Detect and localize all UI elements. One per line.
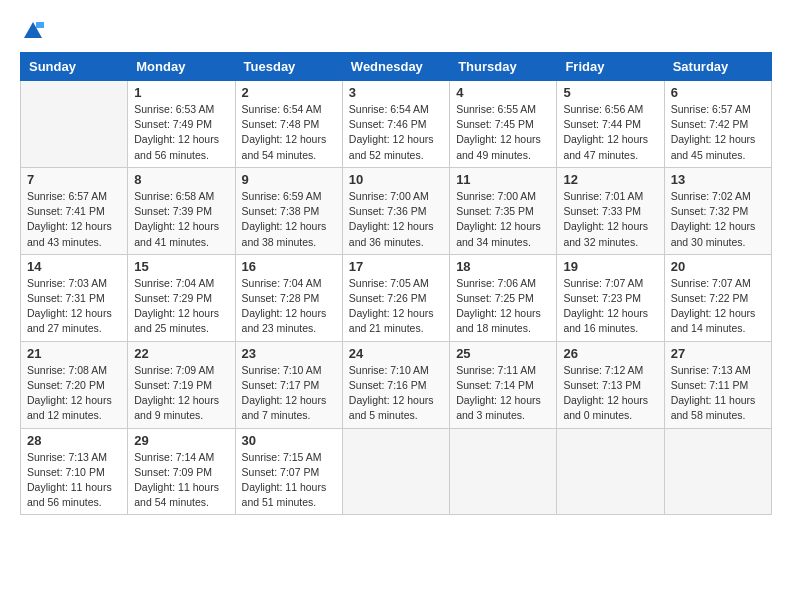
calendar-cell: 5Sunrise: 6:56 AM Sunset: 7:44 PM Daylig…: [557, 81, 664, 168]
day-info: Sunrise: 7:06 AM Sunset: 7:25 PM Dayligh…: [456, 276, 550, 337]
day-number: 18: [456, 259, 550, 274]
day-number: 1: [134, 85, 228, 100]
calendar-cell: [342, 428, 449, 515]
day-info: Sunrise: 7:12 AM Sunset: 7:13 PM Dayligh…: [563, 363, 657, 424]
weekday-header: Friday: [557, 53, 664, 81]
calendar-table: SundayMondayTuesdayWednesdayThursdayFrid…: [20, 52, 772, 515]
day-number: 16: [242, 259, 336, 274]
day-info: Sunrise: 6:57 AM Sunset: 7:42 PM Dayligh…: [671, 102, 765, 163]
calendar-cell: 3Sunrise: 6:54 AM Sunset: 7:46 PM Daylig…: [342, 81, 449, 168]
day-number: 24: [349, 346, 443, 361]
calendar-cell: 25Sunrise: 7:11 AM Sunset: 7:14 PM Dayli…: [450, 341, 557, 428]
calendar-cell: 26Sunrise: 7:12 AM Sunset: 7:13 PM Dayli…: [557, 341, 664, 428]
weekday-header: Sunday: [21, 53, 128, 81]
calendar-cell: 28Sunrise: 7:13 AM Sunset: 7:10 PM Dayli…: [21, 428, 128, 515]
calendar-cell: 20Sunrise: 7:07 AM Sunset: 7:22 PM Dayli…: [664, 254, 771, 341]
day-number: 19: [563, 259, 657, 274]
calendar-cell: 29Sunrise: 7:14 AM Sunset: 7:09 PM Dayli…: [128, 428, 235, 515]
day-number: 2: [242, 85, 336, 100]
day-info: Sunrise: 7:13 AM Sunset: 7:10 PM Dayligh…: [27, 450, 121, 511]
day-number: 28: [27, 433, 121, 448]
day-info: Sunrise: 6:54 AM Sunset: 7:46 PM Dayligh…: [349, 102, 443, 163]
calendar-cell: 27Sunrise: 7:13 AM Sunset: 7:11 PM Dayli…: [664, 341, 771, 428]
day-number: 22: [134, 346, 228, 361]
calendar-cell: 13Sunrise: 7:02 AM Sunset: 7:32 PM Dayli…: [664, 167, 771, 254]
calendar-cell: 2Sunrise: 6:54 AM Sunset: 7:48 PM Daylig…: [235, 81, 342, 168]
svg-marker-1: [36, 22, 44, 28]
calendar-week-row: 14Sunrise: 7:03 AM Sunset: 7:31 PM Dayli…: [21, 254, 772, 341]
day-number: 11: [456, 172, 550, 187]
day-number: 30: [242, 433, 336, 448]
calendar-cell: 18Sunrise: 7:06 AM Sunset: 7:25 PM Dayli…: [450, 254, 557, 341]
logo: [20, 20, 44, 42]
calendar-cell: [664, 428, 771, 515]
day-number: 23: [242, 346, 336, 361]
logo-icon: [22, 20, 44, 42]
day-info: Sunrise: 7:13 AM Sunset: 7:11 PM Dayligh…: [671, 363, 765, 424]
calendar-cell: 17Sunrise: 7:05 AM Sunset: 7:26 PM Dayli…: [342, 254, 449, 341]
calendar-cell: 10Sunrise: 7:00 AM Sunset: 7:36 PM Dayli…: [342, 167, 449, 254]
calendar-cell: 24Sunrise: 7:10 AM Sunset: 7:16 PM Dayli…: [342, 341, 449, 428]
day-info: Sunrise: 7:11 AM Sunset: 7:14 PM Dayligh…: [456, 363, 550, 424]
day-info: Sunrise: 7:07 AM Sunset: 7:23 PM Dayligh…: [563, 276, 657, 337]
day-info: Sunrise: 7:10 AM Sunset: 7:17 PM Dayligh…: [242, 363, 336, 424]
calendar-week-row: 1Sunrise: 6:53 AM Sunset: 7:49 PM Daylig…: [21, 81, 772, 168]
day-info: Sunrise: 6:57 AM Sunset: 7:41 PM Dayligh…: [27, 189, 121, 250]
day-number: 14: [27, 259, 121, 274]
day-info: Sunrise: 6:53 AM Sunset: 7:49 PM Dayligh…: [134, 102, 228, 163]
day-info: Sunrise: 6:56 AM Sunset: 7:44 PM Dayligh…: [563, 102, 657, 163]
day-number: 27: [671, 346, 765, 361]
calendar-cell: 6Sunrise: 6:57 AM Sunset: 7:42 PM Daylig…: [664, 81, 771, 168]
weekday-header: Thursday: [450, 53, 557, 81]
day-info: Sunrise: 7:00 AM Sunset: 7:36 PM Dayligh…: [349, 189, 443, 250]
day-number: 25: [456, 346, 550, 361]
day-number: 3: [349, 85, 443, 100]
day-info: Sunrise: 7:03 AM Sunset: 7:31 PM Dayligh…: [27, 276, 121, 337]
day-number: 9: [242, 172, 336, 187]
day-number: 21: [27, 346, 121, 361]
day-number: 4: [456, 85, 550, 100]
page-header: [20, 20, 772, 42]
day-info: Sunrise: 7:04 AM Sunset: 7:29 PM Dayligh…: [134, 276, 228, 337]
calendar-cell: [21, 81, 128, 168]
weekday-header: Saturday: [664, 53, 771, 81]
calendar-cell: 30Sunrise: 7:15 AM Sunset: 7:07 PM Dayli…: [235, 428, 342, 515]
day-info: Sunrise: 6:59 AM Sunset: 7:38 PM Dayligh…: [242, 189, 336, 250]
calendar-cell: 8Sunrise: 6:58 AM Sunset: 7:39 PM Daylig…: [128, 167, 235, 254]
weekday-header: Monday: [128, 53, 235, 81]
day-number: 5: [563, 85, 657, 100]
calendar-cell: 21Sunrise: 7:08 AM Sunset: 7:20 PM Dayli…: [21, 341, 128, 428]
calendar-cell: 14Sunrise: 7:03 AM Sunset: 7:31 PM Dayli…: [21, 254, 128, 341]
calendar-cell: [450, 428, 557, 515]
calendar-cell: 23Sunrise: 7:10 AM Sunset: 7:17 PM Dayli…: [235, 341, 342, 428]
calendar-week-row: 28Sunrise: 7:13 AM Sunset: 7:10 PM Dayli…: [21, 428, 772, 515]
day-number: 17: [349, 259, 443, 274]
calendar-cell: 7Sunrise: 6:57 AM Sunset: 7:41 PM Daylig…: [21, 167, 128, 254]
weekday-header: Tuesday: [235, 53, 342, 81]
day-info: Sunrise: 7:00 AM Sunset: 7:35 PM Dayligh…: [456, 189, 550, 250]
day-number: 15: [134, 259, 228, 274]
day-info: Sunrise: 7:15 AM Sunset: 7:07 PM Dayligh…: [242, 450, 336, 511]
calendar-cell: 16Sunrise: 7:04 AM Sunset: 7:28 PM Dayli…: [235, 254, 342, 341]
weekday-header: Wednesday: [342, 53, 449, 81]
calendar-cell: 11Sunrise: 7:00 AM Sunset: 7:35 PM Dayli…: [450, 167, 557, 254]
day-number: 10: [349, 172, 443, 187]
day-info: Sunrise: 7:10 AM Sunset: 7:16 PM Dayligh…: [349, 363, 443, 424]
day-info: Sunrise: 6:55 AM Sunset: 7:45 PM Dayligh…: [456, 102, 550, 163]
day-number: 13: [671, 172, 765, 187]
calendar-cell: 19Sunrise: 7:07 AM Sunset: 7:23 PM Dayli…: [557, 254, 664, 341]
calendar-header-row: SundayMondayTuesdayWednesdayThursdayFrid…: [21, 53, 772, 81]
day-number: 7: [27, 172, 121, 187]
day-number: 29: [134, 433, 228, 448]
day-number: 8: [134, 172, 228, 187]
calendar-week-row: 21Sunrise: 7:08 AM Sunset: 7:20 PM Dayli…: [21, 341, 772, 428]
day-info: Sunrise: 7:01 AM Sunset: 7:33 PM Dayligh…: [563, 189, 657, 250]
day-info: Sunrise: 7:08 AM Sunset: 7:20 PM Dayligh…: [27, 363, 121, 424]
day-number: 6: [671, 85, 765, 100]
calendar-cell: 4Sunrise: 6:55 AM Sunset: 7:45 PM Daylig…: [450, 81, 557, 168]
day-number: 26: [563, 346, 657, 361]
calendar-cell: 1Sunrise: 6:53 AM Sunset: 7:49 PM Daylig…: [128, 81, 235, 168]
day-info: Sunrise: 7:14 AM Sunset: 7:09 PM Dayligh…: [134, 450, 228, 511]
day-info: Sunrise: 7:05 AM Sunset: 7:26 PM Dayligh…: [349, 276, 443, 337]
calendar-cell: 22Sunrise: 7:09 AM Sunset: 7:19 PM Dayli…: [128, 341, 235, 428]
